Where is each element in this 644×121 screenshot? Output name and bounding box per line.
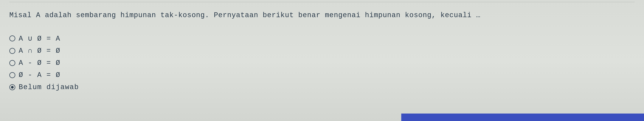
option-4[interactable]: Ø - A = Ø xyxy=(9,71,635,79)
option-label: Belum dijawab xyxy=(19,83,79,91)
options-group: A ∪ Ø = A A ∩ Ø = Ø A - Ø = Ø Ø - A = Ø … xyxy=(9,34,635,91)
radio-icon xyxy=(9,60,15,66)
option-3[interactable]: A - Ø = Ø xyxy=(9,59,635,67)
option-2[interactable]: A ∩ Ø = Ø xyxy=(9,47,635,55)
option-label: A ∩ Ø = Ø xyxy=(19,47,60,55)
option-label: Ø - A = Ø xyxy=(19,71,60,79)
bottom-accent-bar xyxy=(401,114,644,121)
option-5[interactable]: Belum dijawab xyxy=(9,83,635,91)
radio-icon xyxy=(9,72,15,78)
radio-icon xyxy=(9,35,15,41)
radio-icon-selected xyxy=(9,84,15,90)
radio-icon xyxy=(9,48,15,54)
option-label: A ∪ Ø = A xyxy=(19,34,60,43)
option-label: A - Ø = Ø xyxy=(19,59,60,67)
divider xyxy=(9,2,635,2)
question-text: Misal A adalah sembarang himpunan tak-ko… xyxy=(9,11,635,19)
option-1[interactable]: A ∪ Ø = A xyxy=(9,34,635,43)
